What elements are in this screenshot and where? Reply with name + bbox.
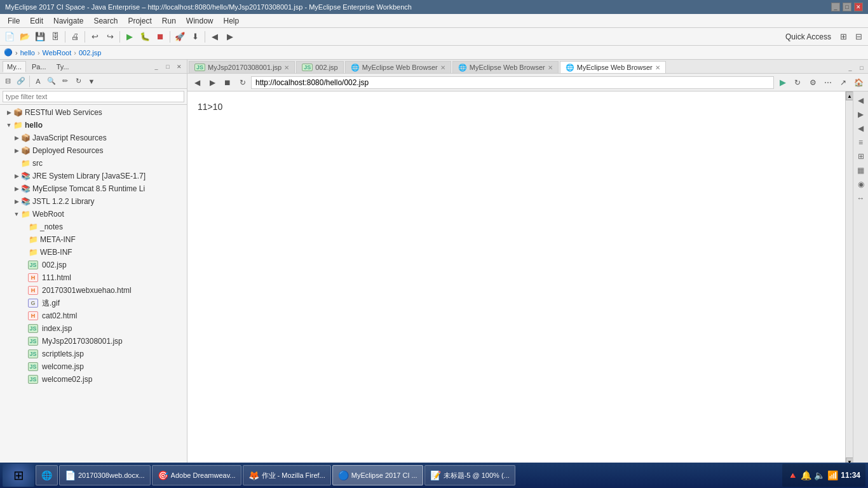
toggle-webroot[interactable]: ▼ [13,210,20,218]
breadcrumb-item-hello[interactable]: hello [20,49,35,57]
panel-close-btn[interactable]: ✕ [174,62,184,72]
tree-item-002jsp[interactable]: ▶ JS 002.jsp [0,259,187,271]
redo-btn[interactable]: ↪ [103,30,117,44]
panel-tab-ty[interactable]: Ty... [52,61,74,72]
tree-container[interactable]: ▶ 📦 RESTful Web Services ▼ 📁 hello ▶ 📦 J… [0,105,187,466]
taskbar-item-ff[interactable]: 🦊 作业 - Mozilla Firef... [243,465,331,485]
tab-close-browser3[interactable]: ✕ [655,64,660,71]
panel-minimize-btn[interactable]: _ [151,62,161,72]
stop-btn[interactable]: ⏹ [153,30,167,44]
toggle-jre[interactable]: ▶ [13,172,20,180]
tab-002jsp[interactable]: JS 002.jsp [296,61,344,73]
back-nav-btn[interactable]: ◀ [190,76,204,90]
more-btn[interactable]: ⋯ [821,76,835,90]
menu-help[interactable]: Help [219,15,245,27]
toggle-tomcat[interactable]: ▶ [13,185,20,193]
toggle-deployed[interactable]: ▶ [13,147,20,154]
tray-icon-volume[interactable]: 🔈 [814,470,825,480]
refresh-nav-btn[interactable]: ↻ [236,76,250,90]
forward-nav-btn[interactable]: ▶ [205,76,219,90]
external-btn[interactable]: ↗ [836,76,850,90]
open-btn[interactable]: 📂 [18,30,32,44]
filter-input[interactable] [3,91,184,102]
view-btn[interactable]: ⊟ [851,30,865,44]
tab-minimize-btn[interactable]: _ [845,63,855,73]
tree-item-notes[interactable]: ▶ 📁 _notes [0,220,187,233]
tree-item-myjsp[interactable]: ▶ JS MyJsp20170308001.jsp [0,335,187,348]
print-btn[interactable]: 🖨 [68,30,82,44]
breadcrumb-item-file[interactable]: 002.jsp [79,49,101,57]
tree-item-tomcat[interactable]: ▶ 📚 MyEclipse Tomcat 8.5 Runtime Li [0,182,187,195]
tray-time[interactable]: 11:34 [841,471,860,480]
tree-item-meta[interactable]: ▶ 📁 META-INF [0,233,187,246]
collapse-all-btn[interactable]: ⊟ [1,76,14,87]
format-btn[interactable]: ✏ [58,76,71,87]
run-btn[interactable]: ▶ [123,30,137,44]
font-btn[interactable]: A [32,76,44,87]
breadcrumb-item-webroot[interactable]: WebRoot [43,49,72,57]
tree-item-20170301[interactable]: ▶ H 20170301webxuehao.html [0,284,187,297]
tree-item-restful[interactable]: ▶ 📦 RESTful Web Services [0,106,187,119]
refresh-btn[interactable]: ↻ [72,76,85,87]
menu-navigate[interactable]: Navigate [48,15,88,27]
tree-item-hello[interactable]: ▼ 📁 hello [0,119,187,132]
undeploy-btn[interactable]: ⬇ [188,30,202,44]
tree-item-111html[interactable]: ▶ H 111.html [0,271,187,284]
v-scroll-track[interactable] [846,100,853,458]
undo-btn[interactable]: ↩ [88,30,102,44]
taskbar-item-word[interactable]: 📄 20170308web.docx... [59,465,151,485]
stop-nav-btn[interactable]: ⏹ [220,76,234,90]
panel-tab-my[interactable]: My... [3,61,26,72]
tree-item-scriptlets[interactable]: ▶ JS scriptlets.jsp [0,348,187,360]
window-controls[interactable]: _ □ ✕ [831,3,863,11]
toggle-hello[interactable]: ▼ [5,121,13,129]
tree-item-welcome[interactable]: ▶ JS welcome.jsp [0,360,187,373]
right-icon-6[interactable]: ▦ [855,164,867,177]
taskbar-item-eclipse[interactable]: 🔵 MyEclipse 2017 CI ... [332,465,423,485]
tray-icon-1[interactable]: 🔺 [787,470,798,480]
menu-run[interactable]: Run [157,15,181,27]
tab-close-myjsp[interactable]: ✕ [284,64,289,71]
tab-browser2[interactable]: 🌐 MyEclipse Web Browser ✕ [452,61,559,73]
tree-item-webroot[interactable]: ▼ 📁 WebRoot [0,208,187,220]
right-icon-4[interactable]: ≡ [855,136,867,149]
right-icon-3[interactable]: ◀ [855,122,867,135]
chevron-down[interactable]: ▼ [85,76,98,87]
tree-item-welcome02[interactable]: ▶ JS welcome02.jsp [0,373,187,386]
start-button[interactable]: ⊞ [3,464,34,487]
debug-btn[interactable]: 🐛 [138,30,152,44]
refresh-btn-2[interactable]: ↻ [790,76,804,90]
taskbar-item-untitled[interactable]: 📝 未标题-5 @ 100% (... [424,465,515,485]
tab-browser3[interactable]: 🌐 MyEclipse Web Browser ✕ [560,61,666,73]
new-btn[interactable]: 📄 [3,30,17,44]
menu-window[interactable]: Window [181,15,219,27]
tab-myjsp[interactable]: JS MyJsp20170308001.jsp ✕ [189,61,295,73]
right-icon-5[interactable]: ⊞ [855,150,867,163]
save-btn[interactable]: 💾 [33,30,47,44]
tray-icon-notify[interactable]: 🔔 [801,470,811,480]
deploy-btn[interactable]: 🚀 [173,30,187,44]
menu-file[interactable]: File [3,15,25,27]
taskbar-item-ie[interactable]: 🌐 [36,465,58,485]
forward-btn[interactable]: ▶ [223,30,237,44]
toggle-jstl[interactable]: ▶ [13,198,20,205]
tab-maximize-btn[interactable]: □ [857,63,867,73]
tree-item-cat02[interactable]: ▶ H cat02.html [0,309,187,322]
taskbar-item-dw[interactable]: 🎯 Adobe Dreamweav... [152,465,241,485]
settings-btn[interactable]: ⚙ [806,76,820,90]
menu-project[interactable]: Project [123,15,156,27]
save-all-btn[interactable]: 🗄 [48,30,62,44]
minimize-button[interactable]: _ [831,3,840,11]
tree-item-index[interactable]: ▶ JS index.jsp [0,322,187,335]
tab-browser1[interactable]: 🌐 MyEclipse Web Browser ✕ [345,61,451,73]
right-icon-7[interactable]: ◉ [855,178,867,191]
perspective-btn[interactable]: ⊞ [836,30,850,44]
home-btn[interactable]: 🏠 [851,76,865,90]
tree-item-src[interactable]: ▶ 📁 src [0,157,187,170]
right-icon-1[interactable]: ◀ [855,94,867,107]
go-btn[interactable]: ▶ [775,76,789,90]
menu-edit[interactable]: Edit [25,15,48,27]
url-bar[interactable] [251,76,774,89]
tree-item-gif[interactable]: ▶ G 逃.gif [0,297,187,309]
panel-tab-pa[interactable]: Pa... [27,61,51,72]
